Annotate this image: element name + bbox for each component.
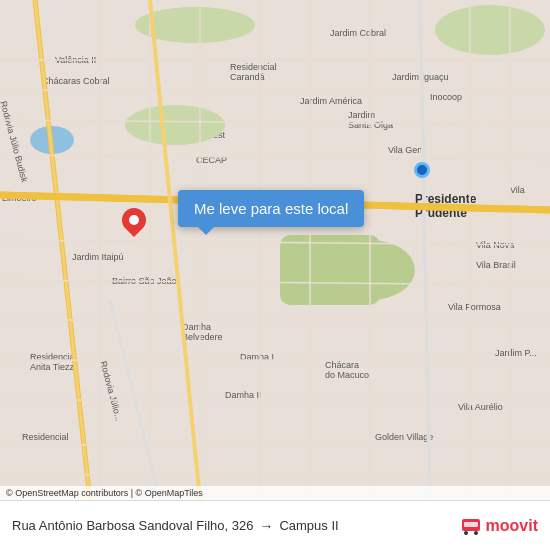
svg-line-13 — [0, 120, 550, 125]
moovit-text: moovit — [486, 517, 538, 535]
svg-line-16 — [0, 280, 550, 285]
svg-rect-34 — [464, 522, 478, 527]
tooltip-text: Me leve para este local — [194, 200, 348, 217]
svg-point-35 — [464, 531, 468, 535]
footer-address: Rua Antônio Barbosa Sandoval Filho, 326 — [12, 518, 253, 533]
attribution-text: © OpenStreetMap contributors | © OpenMap… — [6, 488, 203, 498]
map-container: Parque Imperial Jardim Cobral ParquePrim… — [0, 0, 550, 500]
svg-line-7 — [35, 0, 90, 500]
map-svg — [0, 0, 550, 500]
footer-bar: Rua Antônio Barbosa Sandoval Filho, 326 … — [0, 500, 550, 550]
moovit-logo: moovit — [460, 515, 538, 537]
footer-brand: moovit — [460, 515, 538, 537]
footer-destination: Campus II — [279, 518, 338, 533]
svg-point-36 — [474, 531, 478, 535]
svg-line-14 — [0, 155, 550, 160]
attribution-bar: © OpenStreetMap contributors | © OpenMap… — [0, 486, 550, 500]
tooltip-navigate[interactable]: Me leve para este local — [178, 190, 364, 227]
svg-line-32 — [150, 0, 200, 500]
svg-point-1 — [435, 5, 545, 55]
pin-marker — [117, 203, 151, 237]
footer-route-info: Rua Antônio Barbosa Sandoval Filho, 326 … — [12, 518, 339, 534]
location-pin[interactable] — [122, 208, 146, 232]
current-location-dot — [414, 162, 430, 178]
bus-icon — [460, 515, 482, 537]
footer-arrow: → — [259, 518, 273, 534]
svg-point-2 — [125, 105, 225, 145]
svg-line-15 — [0, 240, 550, 245]
svg-line-10 — [420, 0, 430, 500]
